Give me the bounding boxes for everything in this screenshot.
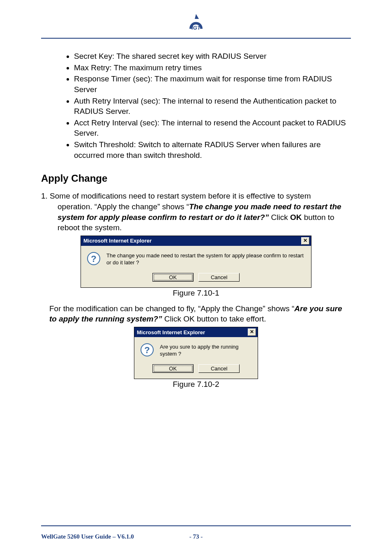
list-item: Auth Retry Interval (sec): The internal … [74, 96, 351, 117]
list-item: Max Retry: The maximum retry times [74, 62, 351, 73]
text-run: For the modification can be changed to f… [49, 304, 294, 313]
text-run: 1. Some of modifications need to restart… [41, 192, 311, 200]
text-run: Click [269, 213, 290, 222]
close-icon[interactable]: ✕ [248, 328, 256, 336]
question-icon: ? [87, 252, 101, 266]
figure-caption: Figure 7.10-1 [41, 289, 351, 298]
page-number: - 73 - [189, 533, 203, 540]
dialog-titlebar: Microsoft Internet Explorer ✕ [134, 327, 258, 337]
text-run: operation. “Apply the change” shows “ [58, 202, 189, 211]
feature-bullet-list: Secret Key: The shared secret key with R… [66, 51, 351, 160]
paragraph-apply-fly: For the modification can be changed to f… [49, 303, 347, 324]
svg-text:IGT: IGT [191, 25, 201, 31]
footer-title: WellGate 5260 User Guide – V6.1.0 [41, 533, 134, 540]
svg-text:?: ? [91, 254, 96, 264]
dialog-restart-confirm: Microsoft Internet Explorer ✕ ? The chan… [81, 236, 311, 288]
list-item: Acct Retry Interval (sec): The internal … [74, 118, 351, 139]
list-item: Switch Threshold: Switch to alternate RA… [74, 139, 351, 160]
dialog-apply-confirm: Microsoft Internet Explorer ✕ ? Are you … [134, 327, 258, 379]
paragraph-step-1: 1. Some of modifications need to restart… [41, 191, 351, 233]
close-icon[interactable]: ✕ [301, 237, 309, 245]
cancel-button[interactable]: Cancel [198, 364, 240, 373]
page-footer: WellGate 5260 User Guide – V6.1.0 - 73 - [41, 533, 351, 540]
question-icon: ? [140, 343, 154, 357]
header-divider [41, 38, 351, 39]
dialog-title: Microsoft Internet Explorer [83, 238, 152, 244]
figure-caption: Figure 7.10-2 [41, 380, 351, 389]
dialog-titlebar: Microsoft Internet Explorer ✕ [81, 236, 311, 246]
section-heading: Apply Change [41, 173, 351, 184]
text-bold: OK [290, 213, 302, 222]
list-item: Secret Key: The shared secret key with R… [74, 51, 351, 62]
dialog-message: Are you sure to apply the running system… [160, 343, 251, 358]
cancel-button[interactable]: Cancel [198, 273, 240, 282]
ok-button[interactable]: OK [152, 364, 194, 373]
text-run: Click OK button to take effort. [162, 314, 266, 323]
ok-button[interactable]: OK [152, 273, 194, 282]
dialog-message: The change you made need to restart the … [106, 252, 304, 266]
footer-divider [41, 525, 351, 526]
list-item: Response Timer (sec): The maximum wait f… [74, 74, 351, 95]
dialog-title: Microsoft Internet Explorer [137, 329, 205, 335]
svg-text:?: ? [144, 345, 150, 355]
header-logo: IGT [41, 0, 351, 35]
